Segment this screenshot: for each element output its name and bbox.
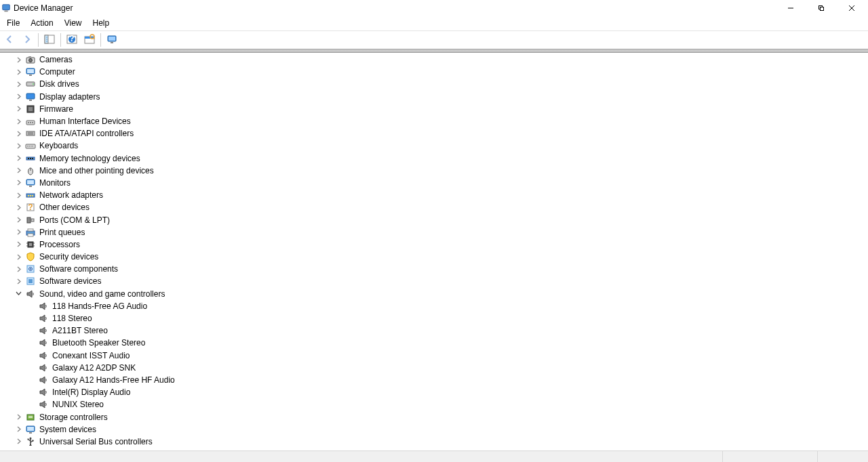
tree-device[interactable]: Galaxy A12 Hands-Free HF Audio (0, 374, 868, 386)
tree-device[interactable]: 118 Hands-Free AG Audio (0, 300, 868, 312)
category-label: Human Interface Devices (39, 117, 131, 126)
svg-rect-64 (28, 229, 33, 231)
expand-icon[interactable] (15, 438, 22, 445)
tree-category[interactable]: Disk drives (0, 78, 868, 90)
expand-icon[interactable] (15, 154, 22, 162)
svg-rect-45 (33, 146, 34, 147)
tree-category[interactable]: Human Interface Devices (0, 115, 868, 127)
svg-rect-42 (27, 146, 28, 147)
tree-category[interactable]: Security devices (0, 251, 868, 263)
device-tree-pane[interactable]: CamerasComputerDisk drivesDisplay adapte… (0, 53, 868, 450)
tree-category[interactable]: Processors (0, 238, 868, 251)
tree-device[interactable]: A211BT Stereo (0, 324, 868, 337)
toolbar-back-button[interactable] (1, 32, 18, 48)
category-label: Other devices (39, 203, 90, 212)
toolbar-separator (38, 33, 39, 47)
tree-category[interactable]: Universal Serial Bus controllers (0, 436, 868, 448)
tree-category[interactable]: IDE ATA/ATAPI controllers (0, 127, 868, 140)
toolbar-forward-button[interactable] (19, 32, 35, 48)
tree-category[interactable]: Firmware (0, 103, 868, 115)
title-bar: Device Manager (0, 0, 868, 16)
expand-icon[interactable] (15, 425, 22, 433)
toolbar-help-button[interactable]: ? (64, 32, 80, 48)
tree-category[interactable]: Ports (COM & LPT) (0, 213, 868, 226)
menu-file[interactable]: File (1, 17, 25, 29)
toolbar-scan-button[interactable] (81, 32, 98, 48)
expand-icon[interactable] (15, 266, 22, 273)
expand-icon[interactable] (15, 179, 22, 186)
collapse-icon[interactable] (15, 290, 22, 297)
device-label: Bluetooth Speaker Stereo (52, 338, 145, 348)
toolbar-devices-button[interactable] (104, 32, 120, 48)
tree-category[interactable]: System devices (0, 423, 868, 436)
svg-rect-0 (3, 4, 10, 9)
expand-icon[interactable] (15, 228, 22, 236)
expand-icon[interactable] (15, 81, 22, 88)
tree-category[interactable]: Memory technology devices (0, 152, 868, 165)
tree-device[interactable]: Galaxy A12 A2DP SNK (0, 362, 868, 374)
tree-category[interactable]: Computer (0, 66, 868, 78)
svg-rect-54 (29, 186, 32, 187)
svg-rect-44 (31, 146, 32, 147)
status-bar (0, 450, 868, 462)
tree-category[interactable]: Storage controllers (0, 411, 868, 423)
tree-category[interactable]: Software devices (0, 275, 868, 287)
device-label: Conexant ISST Audio (52, 351, 130, 360)
expand-icon[interactable] (15, 93, 22, 100)
minimize-button[interactable] (775, 0, 806, 16)
expand-icon[interactable] (15, 278, 22, 285)
menu-help[interactable]: Help (87, 17, 115, 29)
expand-icon[interactable] (15, 130, 22, 138)
expand-icon[interactable] (15, 118, 22, 125)
tree-device[interactable]: Bluetooth Speaker Stereo (0, 337, 868, 349)
svg-point-29 (33, 83, 34, 85)
svg-rect-1 (4, 10, 7, 12)
toolbar: ? (0, 30, 868, 49)
ide-icon (25, 128, 36, 139)
expand-icon[interactable] (15, 253, 22, 261)
category-label: Universal Serial Bus controllers (39, 437, 153, 446)
toolbar-separator (100, 33, 101, 47)
device-label: Galaxy A12 Hands-Free HF Audio (52, 375, 175, 385)
expand-icon[interactable] (15, 105, 22, 112)
expand-icon[interactable] (15, 167, 22, 174)
tree-category[interactable]: Print queues (0, 226, 868, 238)
tree-category[interactable]: Display adapters (0, 91, 868, 103)
printer-icon (25, 227, 36, 238)
expander-placeholder (28, 401, 35, 408)
menu-action[interactable]: Action (25, 17, 58, 29)
tree-category[interactable]: Mice and other pointing devices (0, 165, 868, 177)
sound-icon (25, 289, 36, 299)
tree-device[interactable]: NUNIX Stereo (0, 398, 868, 411)
menu-view[interactable]: View (59, 17, 87, 29)
tree-category[interactable]: Sound, video and game controllers (0, 288, 868, 300)
expand-icon[interactable] (15, 240, 22, 248)
maximize-button[interactable] (806, 0, 836, 16)
tree-category[interactable]: Keyboards (0, 140, 868, 152)
expand-icon[interactable] (15, 204, 22, 211)
tree-category[interactable]: Monitors (0, 177, 868, 189)
speaker-icon (38, 375, 49, 385)
tree-category[interactable]: ?Other devices (0, 201, 868, 213)
tree-device[interactable]: Intel(R) Display Audio (0, 386, 868, 398)
toolbar-show-hide-tree-button[interactable] (41, 32, 58, 48)
tree-device[interactable]: 118 Stereo (0, 312, 868, 324)
expand-icon[interactable] (15, 56, 22, 64)
storage-icon (25, 412, 36, 423)
close-button[interactable] (836, 0, 867, 16)
tree-category[interactable]: Software components (0, 263, 868, 275)
expand-icon[interactable] (15, 216, 22, 224)
speaker-icon (38, 313, 49, 324)
svg-rect-61 (27, 217, 31, 223)
tree-device[interactable]: Conexant ISST Audio (0, 350, 868, 362)
expand-icon[interactable] (15, 142, 22, 150)
expander-placeholder (28, 327, 35, 335)
category-label: Software components (39, 264, 118, 274)
device-label: Intel(R) Display Audio (52, 387, 130, 397)
expand-icon[interactable] (15, 68, 22, 76)
device-label: 118 Hands-Free AG Audio (52, 301, 147, 311)
expand-icon[interactable] (15, 192, 22, 199)
expand-icon[interactable] (15, 413, 22, 421)
tree-category[interactable]: Network adapters (0, 189, 868, 201)
tree-category[interactable]: Cameras (0, 54, 868, 66)
